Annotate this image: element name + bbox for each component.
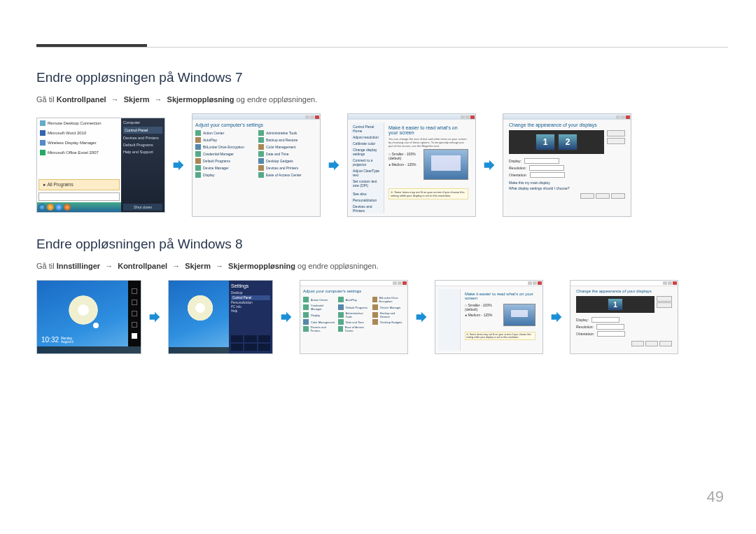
identify-button	[657, 302, 672, 308]
taskbar	[169, 347, 229, 353]
taskbar	[37, 346, 141, 353]
section1-title: Endre oppløsningen på Windows 7	[36, 70, 728, 85]
monitor-preview: 1 2	[509, 130, 604, 154]
ok-button	[631, 341, 644, 346]
flow-arrow-icon	[326, 157, 342, 173]
time-overlay: 10:32Monday August 6	[41, 331, 80, 344]
section2-instruction: Gå til Innstillinger → Kontrollpanel → S…	[36, 262, 728, 270]
cp-item: Administrative Tools	[258, 130, 317, 136]
ok-button	[580, 193, 594, 199]
apply-button	[453, 216, 468, 217]
display-preview	[424, 149, 468, 180]
screenshot-display: Control Panel Home Adjust resolution Cal…	[347, 113, 476, 217]
identify-button	[607, 138, 625, 144]
screenshot-resolution: Change the appearance of your displays 1…	[503, 113, 631, 217]
monitor-preview: 1	[576, 296, 654, 313]
cp-item: Display	[195, 172, 254, 178]
cp-item: Action Center	[195, 130, 254, 136]
start-item: Microsoft Word 2010	[37, 128, 121, 138]
detect-button	[607, 130, 625, 136]
cp-item: Date and Time	[258, 151, 317, 157]
screenshot-control-panel: Adjust your computer's settings Action C…	[192, 113, 321, 217]
section2-title: Endre oppløsningen på Windows 8	[36, 237, 728, 252]
cp-item: Device Manager	[195, 165, 254, 171]
cp-item: Desktop Gadgets	[258, 158, 317, 164]
screenshot-win8-resolution: Change the appearance of your displays 1…	[570, 280, 678, 354]
wallpaper-flower	[66, 293, 100, 327]
win8-flow-row: 10:32Monday August 6 Settings Desktop Co…	[36, 280, 728, 354]
settings-charm-icon	[132, 333, 137, 339]
flow-arrow-icon	[414, 309, 429, 325]
cp-item: Color Management	[258, 144, 317, 150]
start-charm-icon	[132, 311, 137, 316]
screenshot-win8-display: Make it easier to read what's on your sc…	[435, 280, 543, 354]
cp-item: Backup and Restore	[258, 137, 317, 143]
taskbar	[37, 202, 121, 212]
cancel-button	[596, 193, 610, 199]
display-preview	[503, 304, 536, 326]
cp-item: Default Programs	[195, 158, 254, 164]
cp-item: AutoPlay	[195, 137, 254, 143]
screenshot-start-menu: Remote Desktop Connection Microsoft Word…	[36, 118, 165, 213]
flow-arrow-icon	[549, 309, 564, 325]
screenshot-win8-desktop: 10:32Monday August 6	[36, 280, 141, 354]
detect-button	[657, 296, 672, 302]
apply-button	[611, 193, 625, 199]
section1-instruction: Gå til Kontrollpanel → Skjerm → Skjermop…	[36, 95, 728, 104]
cancel-button	[645, 341, 658, 346]
flow-arrow-icon	[147, 309, 162, 325]
page-number: 49	[707, 488, 724, 506]
wallpaper-flower	[186, 293, 215, 323]
cp-item: Devices and Printers	[258, 165, 317, 171]
search-charm-icon	[132, 288, 137, 294]
apply-button	[659, 341, 672, 346]
share-charm-icon	[132, 300, 137, 305]
cp-item: BitLocker Drive Encryption	[195, 144, 254, 150]
cp-item: Ease of Access Center	[258, 172, 317, 178]
screenshot-win8-control-panel: Adjust your computer's settings Action C…	[300, 280, 408, 354]
flow-arrow-icon	[279, 309, 294, 325]
control-panel-item: Control Panel	[123, 127, 162, 134]
win7-flow-row: Remote Desktop Connection Microsoft Word…	[36, 113, 728, 217]
charms-bar	[128, 281, 141, 346]
all-programs: ▸ All Programs	[38, 179, 120, 190]
page-content: Endre oppløsningen på Windows 7 Gå til K…	[36, 70, 728, 374]
start-item: Remote Desktop Connection	[37, 118, 121, 128]
flow-arrow-icon	[171, 157, 186, 173]
start-search	[38, 192, 120, 201]
flow-arrow-icon	[482, 157, 497, 173]
devices-charm-icon	[132, 322, 137, 328]
control-panel-item: Control Panel	[231, 295, 270, 300]
screenshot-win8-settings: Settings Desktop Control Panel Personali…	[168, 280, 273, 354]
start-item: Wireless Display Manager	[37, 138, 121, 148]
divider	[36, 47, 728, 48]
cp-item: Credential Manager	[195, 151, 254, 157]
start-item: Microsoft Office Excel 2007	[37, 148, 121, 157]
